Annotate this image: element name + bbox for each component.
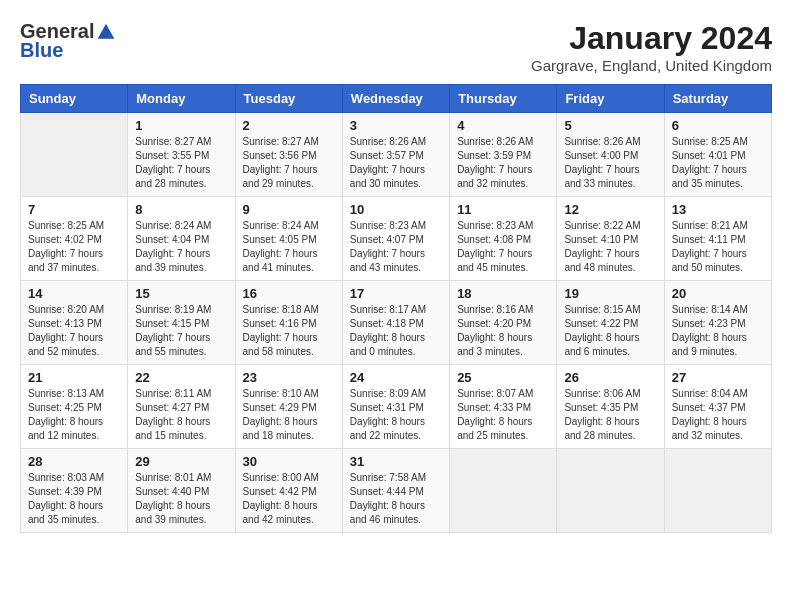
week-row-3: 14Sunrise: 8:20 AM Sunset: 4:13 PM Dayli… — [21, 281, 772, 365]
day-info: Sunrise: 8:25 AM Sunset: 4:02 PM Dayligh… — [28, 219, 120, 275]
day-cell: 22Sunrise: 8:11 AM Sunset: 4:27 PM Dayli… — [128, 365, 235, 449]
day-info: Sunrise: 8:03 AM Sunset: 4:39 PM Dayligh… — [28, 471, 120, 527]
col-header-thursday: Thursday — [450, 85, 557, 113]
day-number: 22 — [135, 370, 227, 385]
day-number: 17 — [350, 286, 442, 301]
day-cell: 6Sunrise: 8:25 AM Sunset: 4:01 PM Daylig… — [664, 113, 771, 197]
day-number: 10 — [350, 202, 442, 217]
day-number: 24 — [350, 370, 442, 385]
day-cell: 9Sunrise: 8:24 AM Sunset: 4:05 PM Daylig… — [235, 197, 342, 281]
day-info: Sunrise: 8:07 AM Sunset: 4:33 PM Dayligh… — [457, 387, 549, 443]
day-info: Sunrise: 8:27 AM Sunset: 3:56 PM Dayligh… — [243, 135, 335, 191]
day-cell — [664, 449, 771, 533]
day-info: Sunrise: 8:00 AM Sunset: 4:42 PM Dayligh… — [243, 471, 335, 527]
day-number: 2 — [243, 118, 335, 133]
week-row-2: 7Sunrise: 8:25 AM Sunset: 4:02 PM Daylig… — [21, 197, 772, 281]
day-number: 28 — [28, 454, 120, 469]
day-info: Sunrise: 8:18 AM Sunset: 4:16 PM Dayligh… — [243, 303, 335, 359]
day-cell: 12Sunrise: 8:22 AM Sunset: 4:10 PM Dayli… — [557, 197, 664, 281]
day-number: 21 — [28, 370, 120, 385]
day-info: Sunrise: 8:25 AM Sunset: 4:01 PM Dayligh… — [672, 135, 764, 191]
day-info: Sunrise: 8:27 AM Sunset: 3:55 PM Dayligh… — [135, 135, 227, 191]
day-info: Sunrise: 8:26 AM Sunset: 3:59 PM Dayligh… — [457, 135, 549, 191]
day-info: Sunrise: 8:26 AM Sunset: 4:00 PM Dayligh… — [564, 135, 656, 191]
day-cell: 23Sunrise: 8:10 AM Sunset: 4:29 PM Dayli… — [235, 365, 342, 449]
header-row: SundayMondayTuesdayWednesdayThursdayFrid… — [21, 85, 772, 113]
col-header-monday: Monday — [128, 85, 235, 113]
day-number: 18 — [457, 286, 549, 301]
month-title: January 2024 — [531, 20, 772, 57]
day-info: Sunrise: 8:14 AM Sunset: 4:23 PM Dayligh… — [672, 303, 764, 359]
day-number: 3 — [350, 118, 442, 133]
day-info: Sunrise: 8:04 AM Sunset: 4:37 PM Dayligh… — [672, 387, 764, 443]
day-cell — [21, 113, 128, 197]
day-cell: 16Sunrise: 8:18 AM Sunset: 4:16 PM Dayli… — [235, 281, 342, 365]
day-cell: 11Sunrise: 8:23 AM Sunset: 4:08 PM Dayli… — [450, 197, 557, 281]
page: General Blue January 2024 Gargrave, Engl… — [0, 0, 792, 612]
day-number: 14 — [28, 286, 120, 301]
day-info: Sunrise: 8:23 AM Sunset: 4:08 PM Dayligh… — [457, 219, 549, 275]
day-cell: 27Sunrise: 8:04 AM Sunset: 4:37 PM Dayli… — [664, 365, 771, 449]
day-cell: 5Sunrise: 8:26 AM Sunset: 4:00 PM Daylig… — [557, 113, 664, 197]
day-cell: 21Sunrise: 8:13 AM Sunset: 4:25 PM Dayli… — [21, 365, 128, 449]
day-number: 19 — [564, 286, 656, 301]
day-info: Sunrise: 8:17 AM Sunset: 4:18 PM Dayligh… — [350, 303, 442, 359]
week-row-4: 21Sunrise: 8:13 AM Sunset: 4:25 PM Dayli… — [21, 365, 772, 449]
day-number: 31 — [350, 454, 442, 469]
day-number: 20 — [672, 286, 764, 301]
day-info: Sunrise: 8:09 AM Sunset: 4:31 PM Dayligh… — [350, 387, 442, 443]
svg-marker-0 — [98, 23, 115, 38]
day-number: 8 — [135, 202, 227, 217]
week-row-5: 28Sunrise: 8:03 AM Sunset: 4:39 PM Dayli… — [21, 449, 772, 533]
day-cell: 18Sunrise: 8:16 AM Sunset: 4:20 PM Dayli… — [450, 281, 557, 365]
day-cell: 1Sunrise: 8:27 AM Sunset: 3:55 PM Daylig… — [128, 113, 235, 197]
day-info: Sunrise: 8:10 AM Sunset: 4:29 PM Dayligh… — [243, 387, 335, 443]
day-cell: 2Sunrise: 8:27 AM Sunset: 3:56 PM Daylig… — [235, 113, 342, 197]
logo-icon — [96, 22, 116, 42]
day-number: 4 — [457, 118, 549, 133]
day-number: 1 — [135, 118, 227, 133]
day-cell: 3Sunrise: 8:26 AM Sunset: 3:57 PM Daylig… — [342, 113, 449, 197]
day-number: 23 — [243, 370, 335, 385]
location: Gargrave, England, United Kingdom — [531, 57, 772, 74]
logo-blue: Blue — [20, 39, 63, 62]
title-section: January 2024 Gargrave, England, United K… — [531, 20, 772, 74]
day-number: 11 — [457, 202, 549, 217]
day-info: Sunrise: 8:24 AM Sunset: 4:04 PM Dayligh… — [135, 219, 227, 275]
col-header-wednesday: Wednesday — [342, 85, 449, 113]
day-info: Sunrise: 8:13 AM Sunset: 4:25 PM Dayligh… — [28, 387, 120, 443]
day-number: 25 — [457, 370, 549, 385]
day-info: Sunrise: 8:20 AM Sunset: 4:13 PM Dayligh… — [28, 303, 120, 359]
header: General Blue January 2024 Gargrave, Engl… — [20, 20, 772, 74]
day-cell: 4Sunrise: 8:26 AM Sunset: 3:59 PM Daylig… — [450, 113, 557, 197]
day-info: Sunrise: 8:11 AM Sunset: 4:27 PM Dayligh… — [135, 387, 227, 443]
day-cell: 14Sunrise: 8:20 AM Sunset: 4:13 PM Dayli… — [21, 281, 128, 365]
day-info: Sunrise: 8:26 AM Sunset: 3:57 PM Dayligh… — [350, 135, 442, 191]
day-cell: 28Sunrise: 8:03 AM Sunset: 4:39 PM Dayli… — [21, 449, 128, 533]
day-info: Sunrise: 8:19 AM Sunset: 4:15 PM Dayligh… — [135, 303, 227, 359]
day-cell: 19Sunrise: 8:15 AM Sunset: 4:22 PM Dayli… — [557, 281, 664, 365]
day-info: Sunrise: 8:21 AM Sunset: 4:11 PM Dayligh… — [672, 219, 764, 275]
col-header-saturday: Saturday — [664, 85, 771, 113]
day-number: 12 — [564, 202, 656, 217]
col-header-friday: Friday — [557, 85, 664, 113]
day-cell: 7Sunrise: 8:25 AM Sunset: 4:02 PM Daylig… — [21, 197, 128, 281]
calendar-table: SundayMondayTuesdayWednesdayThursdayFrid… — [20, 84, 772, 533]
day-info: Sunrise: 8:16 AM Sunset: 4:20 PM Dayligh… — [457, 303, 549, 359]
day-cell: 13Sunrise: 8:21 AM Sunset: 4:11 PM Dayli… — [664, 197, 771, 281]
day-number: 6 — [672, 118, 764, 133]
day-cell: 24Sunrise: 8:09 AM Sunset: 4:31 PM Dayli… — [342, 365, 449, 449]
day-cell: 29Sunrise: 8:01 AM Sunset: 4:40 PM Dayli… — [128, 449, 235, 533]
day-info: Sunrise: 8:22 AM Sunset: 4:10 PM Dayligh… — [564, 219, 656, 275]
day-number: 29 — [135, 454, 227, 469]
day-number: 26 — [564, 370, 656, 385]
day-cell: 15Sunrise: 8:19 AM Sunset: 4:15 PM Dayli… — [128, 281, 235, 365]
day-cell — [450, 449, 557, 533]
day-number: 16 — [243, 286, 335, 301]
day-cell: 8Sunrise: 8:24 AM Sunset: 4:04 PM Daylig… — [128, 197, 235, 281]
week-row-1: 1Sunrise: 8:27 AM Sunset: 3:55 PM Daylig… — [21, 113, 772, 197]
col-header-sunday: Sunday — [21, 85, 128, 113]
day-info: Sunrise: 8:01 AM Sunset: 4:40 PM Dayligh… — [135, 471, 227, 527]
day-info: Sunrise: 8:23 AM Sunset: 4:07 PM Dayligh… — [350, 219, 442, 275]
day-info: Sunrise: 8:24 AM Sunset: 4:05 PM Dayligh… — [243, 219, 335, 275]
